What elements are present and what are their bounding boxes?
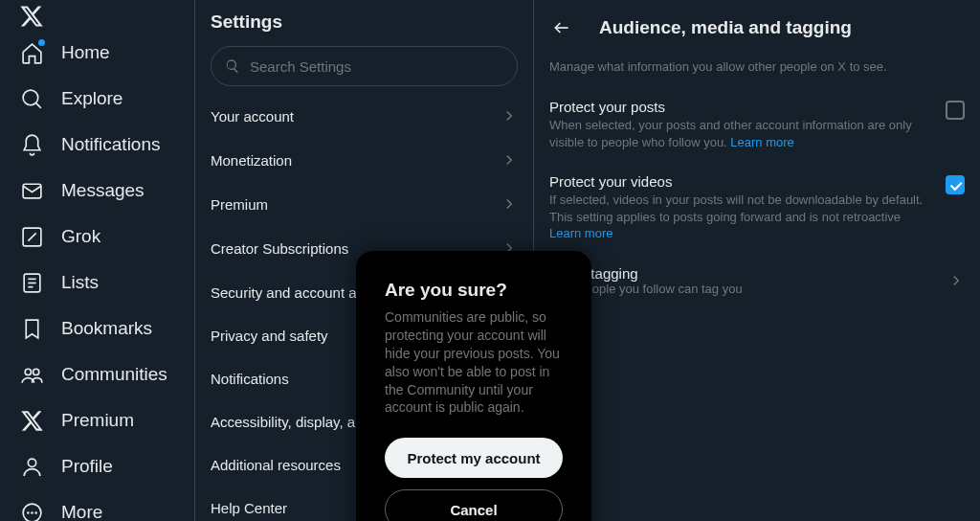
nav-premium[interactable]: Premium <box>8 398 186 442</box>
profile-icon <box>19 454 44 479</box>
nav-label: Profile <box>61 456 113 477</box>
protect-videos-checkbox[interactable] <box>946 175 965 194</box>
setting-desc: Only people you follow can tag you <box>549 282 947 296</box>
svg-point-13 <box>27 511 28 512</box>
nav-label: Messages <box>61 180 145 201</box>
bell-icon <box>19 132 44 157</box>
setting-protect-posts: Protect your posts When selected, your p… <box>534 89 980 164</box>
detail-column: Audience, media and tagging Manage what … <box>534 0 980 521</box>
chevron-right-icon <box>501 195 518 213</box>
grok-icon <box>19 224 44 249</box>
nav-label: Communities <box>61 364 167 385</box>
bookmark-icon <box>19 316 44 341</box>
nav-communities[interactable]: Communities <box>8 352 186 396</box>
unread-dot <box>38 39 45 46</box>
svg-point-11 <box>28 459 35 466</box>
svg-rect-2 <box>23 184 41 198</box>
nav-label: Home <box>61 42 110 63</box>
nav-label: Explore <box>61 88 122 109</box>
setting-title: Protect your posts <box>549 99 934 115</box>
svg-line-1 <box>35 102 40 107</box>
svg-line-4 <box>28 233 35 240</box>
settings-item-monetization[interactable]: Monetization <box>195 138 533 182</box>
nav-label: Lists <box>61 272 99 293</box>
nav-label: Grok <box>61 226 100 247</box>
communities-icon <box>19 362 44 387</box>
nav-home[interactable]: Home <box>8 31 186 75</box>
setting-desc: When selected, your posts and other acco… <box>549 117 934 150</box>
svg-point-10 <box>33 369 38 374</box>
nav-explore[interactable]: Explore <box>8 77 186 121</box>
nav-notifications[interactable]: Notifications <box>8 123 186 167</box>
svg-point-0 <box>23 90 38 105</box>
settings-item-your-account[interactable]: Your account <box>195 94 533 138</box>
protect-account-button[interactable]: Protect my account <box>385 438 563 478</box>
chevron-right-icon <box>947 272 965 289</box>
cancel-button[interactable]: Cancel <box>385 489 563 521</box>
nav-label: Bookmarks <box>61 318 152 339</box>
setting-title: Photo tagging <box>549 265 947 282</box>
primary-nav: Home Explore Notifications Messages Grok… <box>0 0 194 521</box>
nav-label: Notifications <box>61 134 161 155</box>
chevron-right-icon <box>501 151 518 169</box>
setting-desc: If selected, videos in your posts will n… <box>549 192 934 242</box>
nav-messages[interactable]: Messages <box>8 169 186 213</box>
search-input[interactable] <box>250 58 503 75</box>
nav-bookmarks[interactable]: Bookmarks <box>8 306 186 351</box>
search-settings[interactable] <box>211 46 518 86</box>
setting-photo-tagging[interactable]: Photo tagging Only people you follow can… <box>534 256 980 309</box>
nav-label: More <box>61 502 102 521</box>
more-icon <box>19 500 44 521</box>
lists-icon <box>19 270 44 295</box>
x-logo[interactable] <box>8 4 56 29</box>
settings-item-premium[interactable]: Premium <box>195 182 533 226</box>
setting-protect-videos: Protect your videos If selected, videos … <box>534 164 980 256</box>
detail-subheading: Manage what information you allow other … <box>534 54 980 89</box>
arrow-left-icon <box>552 18 571 37</box>
svg-point-15 <box>35 511 36 512</box>
learn-more-link[interactable]: Learn more <box>730 135 793 149</box>
nav-profile[interactable]: Profile <box>8 444 186 488</box>
home-icon <box>19 40 44 65</box>
modal-body: Communities are public, so protecting yo… <box>385 308 563 417</box>
back-button[interactable] <box>546 11 578 44</box>
modal-title: Are you sure? <box>385 280 563 301</box>
svg-point-14 <box>31 511 32 512</box>
detail-heading: Audience, media and tagging <box>599 17 852 38</box>
x-icon <box>19 408 44 433</box>
setting-title: Protect your videos <box>549 173 934 190</box>
mail-icon <box>19 178 44 203</box>
nav-more[interactable]: More <box>8 490 186 521</box>
search-icon <box>225 58 240 74</box>
search-icon <box>19 86 44 111</box>
nav-grok[interactable]: Grok <box>8 215 186 259</box>
settings-heading: Settings <box>195 11 533 46</box>
protect-posts-checkbox[interactable] <box>946 101 965 120</box>
nav-label: Premium <box>61 410 134 431</box>
confirm-modal: Are you sure? Communities are public, so… <box>356 251 591 521</box>
svg-point-9 <box>25 369 31 374</box>
chevron-right-icon <box>501 107 518 125</box>
nav-lists[interactable]: Lists <box>8 260 186 305</box>
learn-more-link[interactable]: Learn more <box>549 226 612 240</box>
